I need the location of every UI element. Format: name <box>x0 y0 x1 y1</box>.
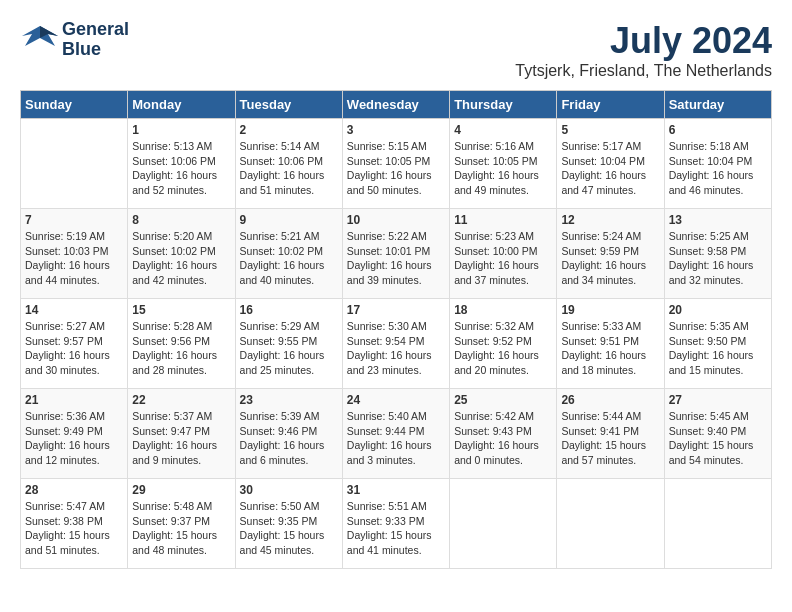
calendar-week-3: 14Sunrise: 5:27 AM Sunset: 9:57 PM Dayli… <box>21 299 772 389</box>
calendar-cell: 4Sunrise: 5:16 AM Sunset: 10:05 PM Dayli… <box>450 119 557 209</box>
day-info: Sunrise: 5:20 AM Sunset: 10:02 PM Daylig… <box>132 229 230 288</box>
day-info: Sunrise: 5:22 AM Sunset: 10:01 PM Daylig… <box>347 229 445 288</box>
day-number: 30 <box>240 483 338 497</box>
day-number: 15 <box>132 303 230 317</box>
day-number: 3 <box>347 123 445 137</box>
day-number: 27 <box>669 393 767 407</box>
page-header: General Blue July 2024 Tytsjerk, Friesla… <box>20 20 772 80</box>
day-info: Sunrise: 5:18 AM Sunset: 10:04 PM Daylig… <box>669 139 767 198</box>
calendar-cell: 8Sunrise: 5:20 AM Sunset: 10:02 PM Dayli… <box>128 209 235 299</box>
calendar-header: SundayMondayTuesdayWednesdayThursdayFrid… <box>21 91 772 119</box>
calendar-cell: 30Sunrise: 5:50 AM Sunset: 9:35 PM Dayli… <box>235 479 342 569</box>
day-info: Sunrise: 5:45 AM Sunset: 9:40 PM Dayligh… <box>669 409 767 468</box>
calendar-cell <box>450 479 557 569</box>
calendar-week-2: 7Sunrise: 5:19 AM Sunset: 10:03 PM Dayli… <box>21 209 772 299</box>
calendar-cell: 9Sunrise: 5:21 AM Sunset: 10:02 PM Dayli… <box>235 209 342 299</box>
calendar-cell: 1Sunrise: 5:13 AM Sunset: 10:06 PM Dayli… <box>128 119 235 209</box>
day-info: Sunrise: 5:23 AM Sunset: 10:00 PM Daylig… <box>454 229 552 288</box>
day-info: Sunrise: 5:33 AM Sunset: 9:51 PM Dayligh… <box>561 319 659 378</box>
calendar-week-1: 1Sunrise: 5:13 AM Sunset: 10:06 PM Dayli… <box>21 119 772 209</box>
calendar-cell: 7Sunrise: 5:19 AM Sunset: 10:03 PM Dayli… <box>21 209 128 299</box>
day-number: 2 <box>240 123 338 137</box>
day-info: Sunrise: 5:28 AM Sunset: 9:56 PM Dayligh… <box>132 319 230 378</box>
calendar-week-4: 21Sunrise: 5:36 AM Sunset: 9:49 PM Dayli… <box>21 389 772 479</box>
calendar-cell: 22Sunrise: 5:37 AM Sunset: 9:47 PM Dayli… <box>128 389 235 479</box>
calendar-cell: 21Sunrise: 5:36 AM Sunset: 9:49 PM Dayli… <box>21 389 128 479</box>
calendar-cell: 5Sunrise: 5:17 AM Sunset: 10:04 PM Dayli… <box>557 119 664 209</box>
header-day-saturday: Saturday <box>664 91 771 119</box>
day-info: Sunrise: 5:21 AM Sunset: 10:02 PM Daylig… <box>240 229 338 288</box>
header-day-monday: Monday <box>128 91 235 119</box>
calendar-week-5: 28Sunrise: 5:47 AM Sunset: 9:38 PM Dayli… <box>21 479 772 569</box>
day-number: 21 <box>25 393 123 407</box>
day-number: 6 <box>669 123 767 137</box>
day-info: Sunrise: 5:17 AM Sunset: 10:04 PM Daylig… <box>561 139 659 198</box>
day-number: 23 <box>240 393 338 407</box>
calendar-cell: 31Sunrise: 5:51 AM Sunset: 9:33 PM Dayli… <box>342 479 449 569</box>
day-number: 14 <box>25 303 123 317</box>
calendar-cell: 10Sunrise: 5:22 AM Sunset: 10:01 PM Dayl… <box>342 209 449 299</box>
day-info: Sunrise: 5:47 AM Sunset: 9:38 PM Dayligh… <box>25 499 123 558</box>
day-number: 19 <box>561 303 659 317</box>
day-number: 11 <box>454 213 552 227</box>
logo-text: General Blue <box>62 20 129 60</box>
day-info: Sunrise: 5:19 AM Sunset: 10:03 PM Daylig… <box>25 229 123 288</box>
calendar-cell: 3Sunrise: 5:15 AM Sunset: 10:05 PM Dayli… <box>342 119 449 209</box>
day-info: Sunrise: 5:14 AM Sunset: 10:06 PM Daylig… <box>240 139 338 198</box>
logo-icon <box>20 24 60 56</box>
day-number: 17 <box>347 303 445 317</box>
day-info: Sunrise: 5:25 AM Sunset: 9:58 PM Dayligh… <box>669 229 767 288</box>
calendar-cell: 19Sunrise: 5:33 AM Sunset: 9:51 PM Dayli… <box>557 299 664 389</box>
day-number: 18 <box>454 303 552 317</box>
calendar-cell: 17Sunrise: 5:30 AM Sunset: 9:54 PM Dayli… <box>342 299 449 389</box>
day-info: Sunrise: 5:15 AM Sunset: 10:05 PM Daylig… <box>347 139 445 198</box>
day-info: Sunrise: 5:16 AM Sunset: 10:05 PM Daylig… <box>454 139 552 198</box>
day-number: 9 <box>240 213 338 227</box>
calendar-table: SundayMondayTuesdayWednesdayThursdayFrid… <box>20 90 772 569</box>
calendar-cell: 25Sunrise: 5:42 AM Sunset: 9:43 PM Dayli… <box>450 389 557 479</box>
day-number: 1 <box>132 123 230 137</box>
day-info: Sunrise: 5:24 AM Sunset: 9:59 PM Dayligh… <box>561 229 659 288</box>
calendar-cell: 16Sunrise: 5:29 AM Sunset: 9:55 PM Dayli… <box>235 299 342 389</box>
calendar-cell: 2Sunrise: 5:14 AM Sunset: 10:06 PM Dayli… <box>235 119 342 209</box>
day-number: 24 <box>347 393 445 407</box>
calendar-cell: 15Sunrise: 5:28 AM Sunset: 9:56 PM Dayli… <box>128 299 235 389</box>
calendar-cell: 12Sunrise: 5:24 AM Sunset: 9:59 PM Dayli… <box>557 209 664 299</box>
day-info: Sunrise: 5:44 AM Sunset: 9:41 PM Dayligh… <box>561 409 659 468</box>
calendar-cell: 27Sunrise: 5:45 AM Sunset: 9:40 PM Dayli… <box>664 389 771 479</box>
day-info: Sunrise: 5:32 AM Sunset: 9:52 PM Dayligh… <box>454 319 552 378</box>
day-number: 10 <box>347 213 445 227</box>
day-number: 8 <box>132 213 230 227</box>
day-info: Sunrise: 5:51 AM Sunset: 9:33 PM Dayligh… <box>347 499 445 558</box>
day-info: Sunrise: 5:29 AM Sunset: 9:55 PM Dayligh… <box>240 319 338 378</box>
header-day-wednesday: Wednesday <box>342 91 449 119</box>
calendar-cell: 26Sunrise: 5:44 AM Sunset: 9:41 PM Dayli… <box>557 389 664 479</box>
day-info: Sunrise: 5:35 AM Sunset: 9:50 PM Dayligh… <box>669 319 767 378</box>
calendar-cell: 14Sunrise: 5:27 AM Sunset: 9:57 PM Dayli… <box>21 299 128 389</box>
day-number: 31 <box>347 483 445 497</box>
location: Tytsjerk, Friesland, The Netherlands <box>515 62 772 80</box>
calendar-cell: 13Sunrise: 5:25 AM Sunset: 9:58 PM Dayli… <box>664 209 771 299</box>
calendar-cell <box>21 119 128 209</box>
day-info: Sunrise: 5:48 AM Sunset: 9:37 PM Dayligh… <box>132 499 230 558</box>
header-day-tuesday: Tuesday <box>235 91 342 119</box>
calendar-cell: 29Sunrise: 5:48 AM Sunset: 9:37 PM Dayli… <box>128 479 235 569</box>
calendar-cell: 20Sunrise: 5:35 AM Sunset: 9:50 PM Dayli… <box>664 299 771 389</box>
calendar-cell <box>664 479 771 569</box>
day-number: 22 <box>132 393 230 407</box>
day-info: Sunrise: 5:30 AM Sunset: 9:54 PM Dayligh… <box>347 319 445 378</box>
calendar-cell: 6Sunrise: 5:18 AM Sunset: 10:04 PM Dayli… <box>664 119 771 209</box>
calendar-cell: 24Sunrise: 5:40 AM Sunset: 9:44 PM Dayli… <box>342 389 449 479</box>
day-info: Sunrise: 5:42 AM Sunset: 9:43 PM Dayligh… <box>454 409 552 468</box>
header-day-thursday: Thursday <box>450 91 557 119</box>
calendar-cell: 18Sunrise: 5:32 AM Sunset: 9:52 PM Dayli… <box>450 299 557 389</box>
day-number: 16 <box>240 303 338 317</box>
day-info: Sunrise: 5:37 AM Sunset: 9:47 PM Dayligh… <box>132 409 230 468</box>
calendar-cell: 11Sunrise: 5:23 AM Sunset: 10:00 PM Dayl… <box>450 209 557 299</box>
day-info: Sunrise: 5:27 AM Sunset: 9:57 PM Dayligh… <box>25 319 123 378</box>
day-info: Sunrise: 5:39 AM Sunset: 9:46 PM Dayligh… <box>240 409 338 468</box>
header-day-sunday: Sunday <box>21 91 128 119</box>
day-number: 7 <box>25 213 123 227</box>
calendar-cell: 23Sunrise: 5:39 AM Sunset: 9:46 PM Dayli… <box>235 389 342 479</box>
day-info: Sunrise: 5:13 AM Sunset: 10:06 PM Daylig… <box>132 139 230 198</box>
